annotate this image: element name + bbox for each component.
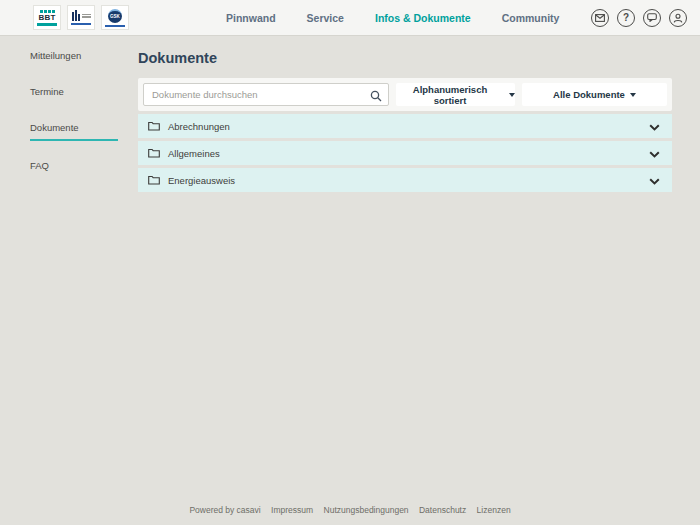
filter-dropdown-label: Alle Dokumente: [553, 89, 625, 100]
folder-row-energieausweis[interactable]: Energieausweis: [138, 168, 672, 192]
bbt-logo-bar: [37, 23, 57, 26]
logo-group: BBT GSK: [33, 5, 129, 30]
folder-icon: [148, 144, 160, 162]
help-icon[interactable]: ?: [617, 9, 635, 27]
folder-label: Allgemeines: [168, 148, 220, 159]
bbt-logo-text: BBT: [38, 14, 55, 22]
folder-row-abrechnungen[interactable]: Abrechnungen: [138, 114, 672, 138]
search-field-wrap: [143, 83, 389, 106]
bbt-logo[interactable]: BBT: [33, 5, 61, 30]
folder-icon: [148, 117, 160, 135]
nav-item-pinnwand[interactable]: Pinnwand: [226, 12, 276, 24]
filter-dropdown-button[interactable]: Alle Dokumente: [522, 83, 667, 106]
sort-dropdown-label: Alphanumerisch sortiert: [396, 84, 504, 106]
folder-label: Abrechnungen: [168, 121, 230, 132]
footer-link-datenschutz[interactable]: Datenschutz: [419, 505, 466, 515]
body-row: Mitteilungen Termine Dokumente FAQ Dokum…: [0, 36, 700, 488]
nav-item-community[interactable]: Community: [502, 12, 560, 24]
chevron-down-icon[interactable]: [649, 171, 660, 189]
toolbar: Alphanumerisch sortiert Alle Dokumente: [138, 78, 672, 111]
sort-dropdown-button[interactable]: Alphanumerisch sortiert: [396, 83, 515, 106]
feedback-icon[interactable]: [643, 9, 661, 27]
folder-icon: [148, 171, 160, 189]
sidebar-item-mitteilungen[interactable]: Mitteilungen: [30, 50, 118, 67]
header-icon-group: ?: [591, 9, 690, 27]
footer-link-impressum[interactable]: Impressum: [271, 505, 313, 515]
chevron-down-icon[interactable]: [649, 117, 660, 135]
caret-down-icon: [630, 93, 636, 97]
sidebar-item-termine[interactable]: Termine: [30, 86, 118, 103]
bbt-berlin-logo[interactable]: [67, 5, 95, 30]
main-content: Dokumente Alphanumerisch sortiert Alle D…: [138, 36, 672, 488]
footer-link-lizenzen[interactable]: Lizenzen: [477, 505, 511, 515]
folder-row-allgemeines[interactable]: Allgemeines: [138, 141, 672, 165]
main-nav: Pinnwand Service Infos & Dokumente Commu…: [226, 12, 559, 24]
mail-icon[interactable]: [591, 9, 609, 27]
logo-text-lines: [82, 13, 91, 19]
page-title: Dokumente: [138, 50, 672, 66]
search-icon[interactable]: [370, 88, 382, 106]
gsk-logo[interactable]: GSK: [101, 5, 129, 30]
footer: Powered by casavi Impressum Nutzungsbedi…: [0, 505, 700, 515]
chevron-down-icon[interactable]: [649, 144, 660, 162]
top-bar: BBT GSK Pinnwand Service Infos & Dokumen…: [0, 0, 700, 36]
page: BBT GSK Pinnwand Service Infos & Dokumen…: [0, 0, 700, 525]
folder-list: Abrechnungen Allgemeines: [138, 114, 672, 192]
nav-item-infos-dokumente[interactable]: Infos & Dokumente: [375, 12, 471, 24]
sidebar: Mitteilungen Termine Dokumente FAQ: [0, 36, 138, 488]
account-icon[interactable]: [669, 9, 687, 27]
sidebar-item-dokumente[interactable]: Dokumente: [30, 122, 118, 141]
gsk-globe-icon: GSK: [108, 9, 122, 23]
search-input[interactable]: [143, 83, 389, 106]
folder-label: Energieausweis: [168, 175, 235, 186]
powered-by-text: Powered by casavi: [189, 505, 260, 515]
sidebar-item-faq[interactable]: FAQ: [30, 160, 118, 177]
caret-down-icon: [509, 93, 515, 97]
bars-icon: [72, 10, 80, 21]
nav-item-service[interactable]: Service: [307, 12, 344, 24]
footer-link-nutzungsbedingungen[interactable]: Nutzungsbedingungen: [324, 505, 409, 515]
